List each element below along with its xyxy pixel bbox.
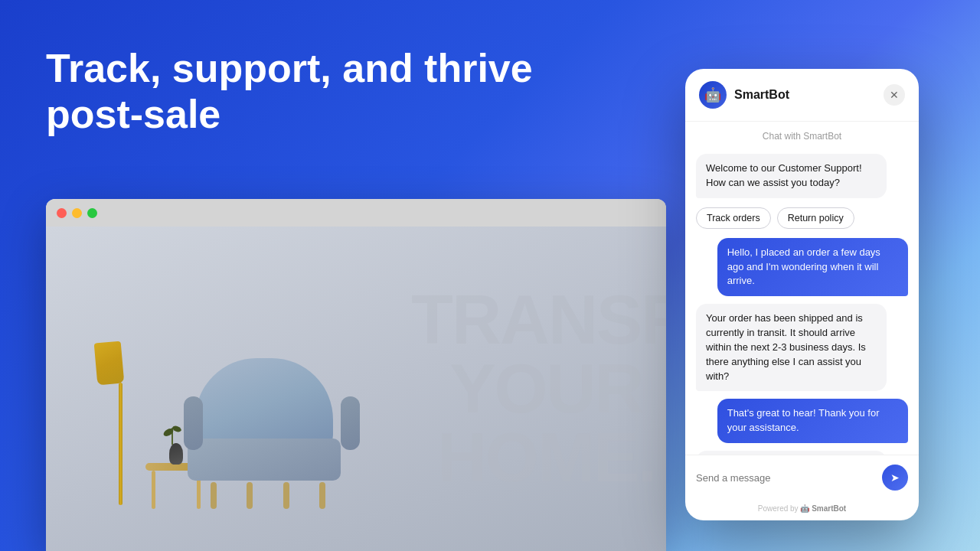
chat-powered-by: Powered by 🤖 SmartBot — [685, 500, 919, 520]
lamp-shade — [94, 341, 125, 386]
hero-section: Track, support, and thrive post-sale — [46, 46, 533, 138]
chat-message-input[interactable] — [696, 472, 876, 484]
chair-leg-fr — [247, 482, 253, 509]
browser-dot-minimize — [72, 208, 82, 218]
message-user-2: That's great to hear! Thank you for your… — [717, 399, 908, 443]
chair-leg-br — [319, 482, 325, 509]
chair-leg-bl — [283, 482, 289, 509]
browser-content: TRANSFYOURHOME. — [46, 227, 666, 551]
browser-dot-close — [57, 208, 67, 218]
chair-legs — [195, 482, 341, 509]
powered-brand: 🤖 SmartBot — [800, 504, 846, 513]
lamp-pole — [119, 383, 122, 505]
quick-reply-track-orders[interactable]: Track orders — [696, 207, 771, 229]
chat-header: 🤖 SmartBot ✕ — [685, 69, 919, 122]
hero-title-line1: Track, support, and thrive — [46, 46, 533, 90]
hero-title-line2: post-sale — [46, 92, 220, 136]
browser-titlebar — [46, 199, 666, 227]
chair-seat — [188, 439, 341, 481]
quick-replies: Track orders Return policy — [696, 206, 908, 230]
hero-title: Track, support, and thrive post-sale — [46, 46, 533, 138]
floor-lamp — [107, 341, 134, 505]
chat-input-area: ➤ — [685, 455, 919, 500]
background-text: TRANSFYOURHOME. — [411, 285, 666, 492]
browser-window: TRANSFYOURHOME. — [46, 199, 666, 551]
bot-icon: 🤖 — [704, 86, 721, 103]
chair-arm-left — [184, 396, 203, 450]
chair-arm-right — [341, 396, 360, 450]
chat-close-button[interactable]: ✕ — [884, 84, 905, 106]
browser-hero-image: TRANSFYOURHOME. — [46, 227, 666, 551]
message-bot-2: Your order has been shipped and is curre… — [696, 304, 887, 391]
chat-bot-name: SmartBot — [734, 88, 884, 102]
message-bot-1: Welcome to our Customer Support! How can… — [696, 154, 887, 198]
vase — [169, 443, 183, 465]
chat-widget: 🤖 SmartBot ✕ Chat with SmartBot Welcome … — [685, 69, 919, 520]
chat-messages: Welcome to our Customer Support! How can… — [685, 148, 919, 455]
message-user-1: Hello, I placed an order a few days ago … — [717, 238, 908, 297]
armchair — [195, 358, 341, 509]
quick-reply-return-policy[interactable]: Return policy — [777, 207, 854, 229]
chat-bot-avatar: 🤖 — [699, 81, 727, 109]
chair-leg-fl — [211, 482, 217, 509]
chair-back — [195, 358, 333, 450]
furniture-scene — [69, 260, 375, 551]
chat-subtitle: Chat with SmartBot — [685, 122, 919, 148]
send-icon: ➤ — [890, 471, 900, 484]
browser-dot-maximize — [87, 208, 97, 218]
close-icon: ✕ — [890, 89, 899, 101]
table-leg-left — [152, 471, 155, 509]
chat-send-button[interactable]: ➤ — [882, 465, 908, 491]
